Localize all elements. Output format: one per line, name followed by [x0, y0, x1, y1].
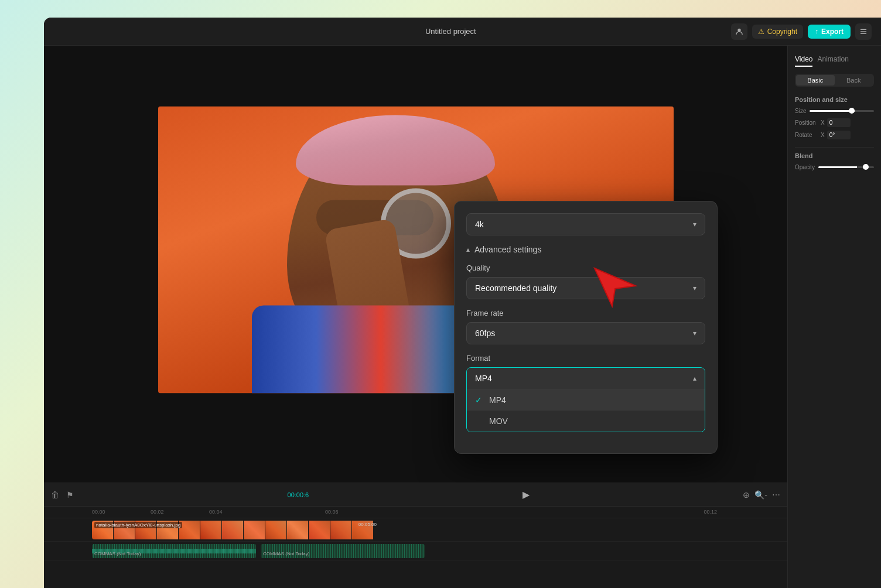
- playhead-time: 00:00:6: [288, 491, 309, 498]
- frame-rate-row: Frame rate 60fps ▾: [466, 309, 705, 344]
- quality-chevron-down-icon: ▾: [693, 284, 696, 292]
- svg-rect-2: [860, 31, 867, 32]
- time-mark-0: 00:00: [92, 509, 105, 515]
- resolution-chevron-down-icon: ▾: [693, 220, 696, 228]
- format-value: MP4: [475, 374, 492, 383]
- rotate-row: Rotate X 0°: [788, 129, 881, 141]
- main-area: 4k ▾ ▴ Advanced settings Quality Recomme…: [44, 46, 881, 588]
- timeline-content: 00:00 00:02 00:04 00:06 00:12: [44, 507, 787, 588]
- time-mark-12: 00:12: [704, 509, 717, 515]
- canvas-area: 4k ▾ ▴ Advanced settings Quality Recomme…: [44, 46, 787, 588]
- position-x-label: X: [821, 119, 825, 126]
- clip-duration: 00:05:00: [358, 522, 377, 527]
- export-up-icon: ↑: [815, 28, 818, 36]
- format-option-mov[interactable]: ✓ MOV: [467, 411, 705, 432]
- rotate-x-label: X: [821, 132, 825, 138]
- quality-value: Recommended quality: [475, 283, 556, 293]
- mp4-check-icon: ✓: [475, 395, 484, 405]
- size-row: Size: [788, 105, 881, 117]
- audio-label-2: COMMAS (Not Today): [263, 551, 309, 556]
- resolution-row: 4k ▾: [466, 213, 705, 235]
- size-label: Size: [795, 108, 806, 114]
- advanced-settings-chevron-up-icon: ▴: [466, 245, 470, 254]
- top-bar: Untitled project ⚠ Copyright ↑ Export: [44, 18, 881, 46]
- resolution-value: 4k: [475, 220, 484, 229]
- format-row: Format MP4 ▴ ✓ MP4: [466, 354, 705, 432]
- advanced-settings-toggle[interactable]: ▴ Advanced settings: [466, 245, 705, 254]
- svg-point-0: [737, 28, 740, 31]
- opacity-slider-thumb: [863, 164, 869, 170]
- timeline-toolbar: 🗑 ⚑ 00:00:6 ▶ ⊕ 🔍- ⋯: [44, 483, 787, 507]
- video-preview: 4k ▾ ▴ Advanced settings Quality Recomme…: [44, 46, 787, 483]
- copyright-warning-icon: ⚠: [758, 28, 764, 36]
- top-bar-right: ⚠ Copyright ↑ Export: [731, 23, 872, 40]
- more-options-icon[interactable]: ⋯: [772, 490, 780, 500]
- panel-sub-tabs: Basic Back: [795, 74, 874, 87]
- quality-dropdown[interactable]: Recommended quality ▾: [466, 277, 705, 299]
- video-clip[interactable]: natalia-blauth-lysnA8OxYl8-unsplash.jpg …: [92, 521, 379, 539]
- playhead-display: 00:00:6: [288, 491, 309, 498]
- copyright-button[interactable]: ⚠ Copyright: [752, 25, 803, 39]
- right-panel: Video Animation Basic Back Position and …: [787, 46, 881, 588]
- format-dropdown[interactable]: MP4 ▴ ✓ MP4 ✓ MOV: [466, 367, 705, 432]
- timeline-area: 🗑 ⚑ 00:00:6 ▶ ⊕ 🔍- ⋯: [44, 483, 787, 588]
- app-container: Untitled project ⚠ Copyright ↑ Export: [44, 18, 881, 588]
- project-title: Untitled project: [425, 27, 476, 36]
- position-x-input[interactable]: 0: [827, 118, 851, 127]
- delete-clip-icon[interactable]: 🗑: [51, 490, 59, 500]
- tab-animation[interactable]: Animation: [817, 53, 848, 67]
- time-mark-6: 00:06: [325, 509, 339, 515]
- svg-marker-4: [595, 268, 636, 306]
- blend-label: Blend: [788, 150, 881, 162]
- subtab-back[interactable]: Back: [835, 75, 873, 86]
- tab-video[interactable]: Video: [795, 53, 812, 67]
- menu-icon-button[interactable]: [855, 23, 872, 40]
- timeline-controls-right: ⊕ 🔍- ⋯: [743, 490, 780, 500]
- cursor-arrow: [589, 262, 641, 312]
- format-options-list: ✓ MP4 ✓ MOV: [467, 389, 705, 432]
- format-option-mp4[interactable]: ✓ MP4: [467, 389, 705, 411]
- rotate-label: Rotate: [795, 132, 818, 138]
- format-dropdown-header[interactable]: MP4 ▴: [467, 368, 705, 389]
- format-label: Format: [466, 354, 705, 363]
- rotate-value-input[interactable]: 0°: [827, 131, 851, 139]
- copyright-label: Copyright: [767, 28, 797, 36]
- audio-label-1: COMMAS (Not Today): [94, 551, 141, 556]
- advanced-settings-label: Advanced settings: [474, 245, 541, 254]
- opacity-label: Opacity: [795, 164, 815, 170]
- svg-rect-1: [860, 29, 867, 29]
- frame-rate-dropdown[interactable]: 60fps ▾: [466, 322, 705, 344]
- position-row: Position X 0: [788, 117, 881, 129]
- time-mark-2: 00:02: [151, 509, 164, 515]
- quality-label: Quality: [466, 264, 705, 272]
- frame-rate-label: Frame rate: [466, 309, 705, 317]
- size-slider[interactable]: [810, 110, 874, 112]
- opacity-slider[interactable]: [818, 166, 874, 168]
- quality-row: Quality Recommended quality ▾: [466, 264, 705, 299]
- position-size-label: Position and size: [788, 94, 881, 105]
- time-mark-4: 00:04: [209, 509, 223, 515]
- clip-filename: natalia-blauth-lysnA8OxYl8-unsplash.jpg: [94, 522, 182, 528]
- resolution-dropdown[interactable]: 4k ▾: [466, 213, 705, 235]
- export-dialog: 4k ▾ ▴ Advanced settings Quality Recomme…: [454, 201, 718, 454]
- svg-rect-3: [860, 33, 867, 33]
- panel-tabs: Video Animation: [788, 53, 881, 67]
- zoom-out-icon[interactable]: 🔍-: [754, 490, 767, 500]
- opacity-row: Opacity: [788, 162, 881, 173]
- subtab-basic[interactable]: Basic: [796, 75, 835, 86]
- export-button[interactable]: ↑ Export: [808, 25, 851, 39]
- frame-rate-value: 60fps: [475, 329, 495, 338]
- size-slider-thumb: [849, 108, 855, 114]
- format-mp4-label: MP4: [489, 395, 506, 405]
- user-icon-button[interactable]: [731, 23, 747, 40]
- export-label: Export: [821, 28, 844, 36]
- flag-icon[interactable]: ⚑: [66, 490, 74, 500]
- position-label: Position: [795, 119, 818, 126]
- timeline-controls-left: 🗑 ⚑: [51, 490, 74, 500]
- play-button[interactable]: ▶: [523, 489, 530, 500]
- format-chevron-up-icon: ▴: [693, 374, 696, 382]
- framerate-chevron-down-icon: ▾: [693, 329, 696, 337]
- format-mov-label: MOV: [489, 416, 508, 426]
- add-track-icon[interactable]: ⊕: [743, 490, 750, 500]
